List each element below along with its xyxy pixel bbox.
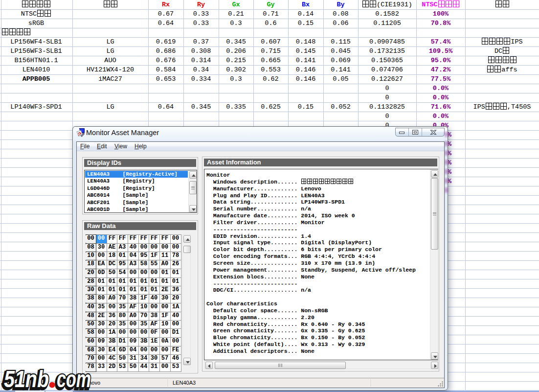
svg-text:com: com <box>57 366 91 392</box>
svg-text:51nb: 51nb <box>4 366 49 392</box>
